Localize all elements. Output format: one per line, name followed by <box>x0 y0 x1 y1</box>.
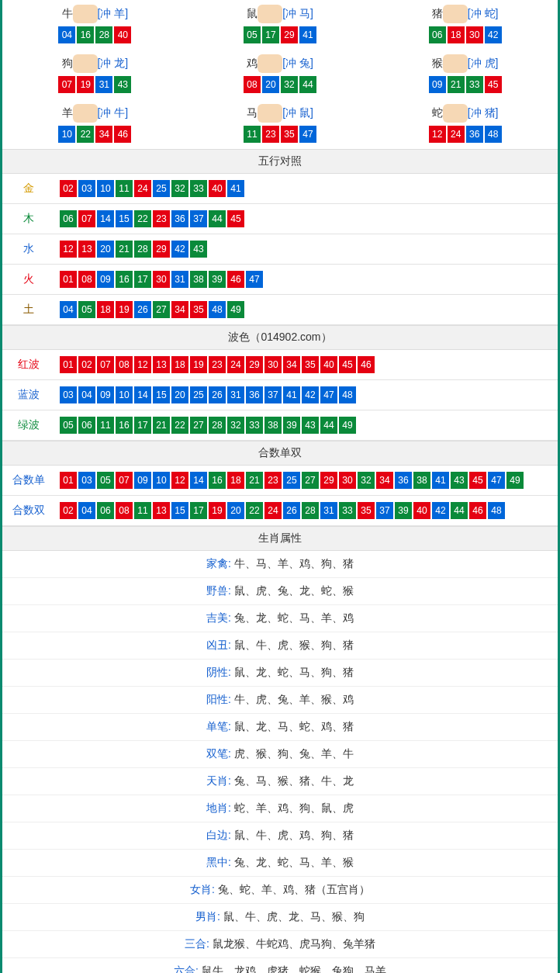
number-ball: 34 <box>171 301 188 318</box>
zodiac-icon <box>73 54 98 73</box>
heshu-table: 合数单0103050709101214161821232527293032343… <box>2 466 558 526</box>
zodiac-chong: [冲 兔] <box>282 57 313 69</box>
zodiac-cell: 鼠[冲 马]05172941 <box>188 0 373 50</box>
number-ball: 08 <box>78 271 95 288</box>
zodiac-cell: 鸡[冲 兔]08203244 <box>188 50 373 99</box>
number-ball: 11 <box>244 126 261 143</box>
number-ball: 43 <box>190 241 207 258</box>
row-nums: 0103050709101214161821232527293032343638… <box>54 466 558 496</box>
row-key: 红波 <box>2 350 54 380</box>
number-ball: 44 <box>209 210 226 227</box>
number-ball: 06 <box>78 417 95 434</box>
number-ball: 38 <box>413 472 430 489</box>
number-ball: 26 <box>134 301 151 318</box>
number-ball: 48 <box>488 502 505 519</box>
number-ball: 06 <box>60 210 77 227</box>
attr-row: 男肖: 鼠、牛、虎、龙、马、猴、狗 <box>2 904 558 931</box>
number-ball: 17 <box>134 417 151 434</box>
attr-row: 单笔: 鼠、龙、马、蛇、鸡、猪 <box>2 714 558 741</box>
number-ball: 06 <box>429 26 446 43</box>
number-ball: 29 <box>153 241 170 258</box>
attr-key: 三合: <box>185 937 213 950</box>
number-ball: 45 <box>339 356 356 373</box>
number-ball: 42 <box>432 502 449 519</box>
row-nums: 1213202128294243 <box>54 234 558 265</box>
number-ball: 31 <box>227 386 244 403</box>
number-ball: 10 <box>153 472 170 489</box>
number-ball: 22 <box>246 502 263 519</box>
number-ball: 27 <box>190 417 207 434</box>
attr-row: 女肖: 兔、蛇、羊、鸡、猪（五宫肖） <box>2 877 558 904</box>
section-wuxing: 五行对照 <box>2 149 558 174</box>
attr-key: 野兽: <box>206 584 234 597</box>
zodiac-name: 猪 <box>432 7 443 21</box>
attr-key: 白边: <box>206 829 234 841</box>
attr-key: 双笔: <box>206 747 234 760</box>
row-nums: 0102070812131819232429303435404546 <box>54 350 558 380</box>
row-nums: 03040910141520252631363741424748 <box>54 380 558 410</box>
number-ball: 26 <box>209 386 226 403</box>
number-ball: 08 <box>244 76 261 93</box>
number-ball: 45 <box>485 76 502 93</box>
number-ball: 33 <box>466 76 483 93</box>
number-ball: 27 <box>153 301 170 318</box>
attr-key: 黑中: <box>206 856 234 868</box>
number-ball: 46 <box>358 356 375 373</box>
number-ball: 31 <box>171 271 188 288</box>
number-ball: 29 <box>281 26 298 43</box>
number-ball: 46 <box>227 271 244 288</box>
number-ball: 07 <box>116 472 133 489</box>
attr-value: 鼠、虎、兔、龙、蛇、猴 <box>234 584 354 597</box>
number-ball: 12 <box>171 472 188 489</box>
zodiac-chong: [冲 羊] <box>98 7 129 19</box>
number-ball: 20 <box>97 241 114 258</box>
number-ball: 18 <box>171 356 188 373</box>
row-nums: 0108091617303138394647 <box>54 265 558 295</box>
number-ball: 39 <box>283 417 300 434</box>
attr-value: 鼠、牛、虎、鸡、狗、猪 <box>234 829 354 841</box>
number-ball: 30 <box>466 26 483 43</box>
number-ball: 44 <box>451 502 468 519</box>
number-ball: 42 <box>302 386 319 403</box>
number-ball: 19 <box>209 502 226 519</box>
attr-row: 六合: 鼠牛、龙鸡、虎猪、蛇猴、兔狗、马羊 <box>2 958 558 973</box>
zodiac-name: 狗 <box>62 57 73 71</box>
number-ball: 05 <box>244 26 261 43</box>
bose-table: 红波0102070812131819232429303435404546蓝波03… <box>2 350 558 441</box>
number-ball: 33 <box>246 417 263 434</box>
attr-value: 鼠、牛、虎、龙、马、猴、狗 <box>223 910 365 923</box>
number-ball: 20 <box>171 386 188 403</box>
number-ball: 28 <box>134 241 151 258</box>
number-ball: 29 <box>320 472 337 489</box>
attr-value: 兔、马、猴、猪、牛、龙 <box>234 774 354 787</box>
number-ball: 39 <box>395 502 412 519</box>
number-ball: 13 <box>153 502 170 519</box>
attr-row: 黑中: 兔、龙、蛇、马、羊、猴 <box>2 850 558 877</box>
attr-value: 鼠龙猴、牛蛇鸡、虎马狗、兔羊猪 <box>213 937 375 950</box>
attr-row: 阴性: 鼠、龙、蛇、马、狗、猪 <box>2 660 558 687</box>
number-ball: 07 <box>58 76 75 93</box>
zodiac-icon <box>443 5 468 23</box>
zodiac-icon <box>258 5 282 23</box>
zodiac-chong: [冲 马] <box>282 7 313 19</box>
zodiac-icon <box>73 5 98 23</box>
number-ball: 12 <box>134 356 151 373</box>
number-ball: 09 <box>429 76 446 93</box>
number-ball: 10 <box>58 126 75 143</box>
number-ball: 36 <box>171 210 188 227</box>
row-nums: 05061116172122272832333839434449 <box>54 410 558 441</box>
number-ball: 40 <box>413 502 430 519</box>
number-ball: 46 <box>114 126 131 143</box>
number-ball: 23 <box>209 356 226 373</box>
number-ball: 31 <box>95 76 112 93</box>
zodiac-name: 羊 <box>62 106 73 120</box>
number-ball: 01 <box>60 356 77 373</box>
number-ball: 22 <box>77 126 94 143</box>
number-ball: 22 <box>171 417 188 434</box>
number-ball: 23 <box>262 126 279 143</box>
row-key: 水 <box>2 234 54 265</box>
number-ball: 40 <box>114 26 131 43</box>
number-ball: 19 <box>116 301 133 318</box>
number-ball: 47 <box>299 126 316 143</box>
number-ball: 35 <box>281 126 298 143</box>
